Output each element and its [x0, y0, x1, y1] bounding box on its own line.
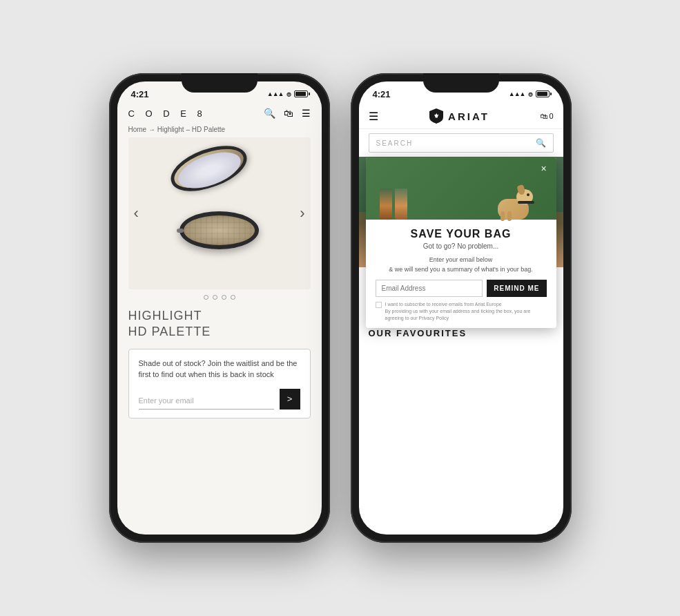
product-title-line1: HIGHLIGHT	[128, 308, 311, 324]
modal-image: ×	[366, 157, 556, 220]
email-row: Enter your email >	[139, 389, 300, 410]
status-time-2: 4:21	[373, 89, 391, 99]
modal-boot-left	[380, 189, 392, 220]
wifi-icon-1: ⌾	[286, 90, 291, 98]
product-title-line2: HD PALETTE	[128, 324, 311, 340]
signal-icon-1: ▲▲▲	[267, 90, 284, 97]
email-submit-button[interactable]: >	[280, 389, 300, 410]
email-placeholder: Enter your email	[139, 396, 194, 405]
phone-code8: 4:21 ▲▲▲ ⌾ C O D E 8 🔍 🛍 ☰ Home → Highli…	[109, 73, 330, 543]
modal-boot-right	[395, 189, 407, 220]
phone2-content: ☰ ⚜ ARIAT 🛍 0 SEARCH 🔍	[359, 104, 563, 535]
modal-subtitle: Got to go? No problem...	[376, 242, 547, 250]
modal-checkbox-row: I want to subscribe to receive emails fr…	[376, 301, 547, 321]
prev-image-button[interactable]: ‹	[130, 202, 143, 225]
modal-email-input[interactable]	[376, 280, 483, 297]
product-title-area: HIGHLIGHT HD PALETTE	[117, 304, 322, 346]
email-input-wrapper: Enter your email	[139, 394, 274, 410]
ariat-cart[interactable]: 🛍 0	[540, 112, 553, 120]
ariat-header: ☰ ⚜ ARIAT 🛍 0	[359, 104, 563, 129]
waitlist-text: Shade out of stock? Join the waitlist an…	[139, 358, 300, 381]
battery-icon-1	[294, 90, 308, 97]
dog-ear	[516, 184, 525, 195]
search-icon[interactable]: 🔍	[264, 108, 275, 119]
dog-legs	[501, 211, 512, 221]
code8-icon-group: 🔍 🛍 ☰	[264, 108, 311, 119]
dog-leg-2	[507, 211, 512, 221]
notch	[182, 73, 258, 93]
ariat-logo-area: ⚜ ARIAT	[429, 108, 489, 124]
dot-3[interactable]	[222, 295, 226, 300]
image-dots	[117, 295, 322, 300]
code8-header: C O D E 8 🔍 🛍 ☰	[117, 104, 322, 123]
battery-icon-2	[536, 90, 550, 97]
dog-eye	[527, 193, 530, 196]
waitlist-box: Shade out of stock? Join the waitlist an…	[128, 349, 311, 418]
dot-4[interactable]	[231, 295, 235, 300]
compact-pan	[179, 211, 259, 249]
phone2-screen: 4:21 ▲▲▲ ⌾ ☰ ⚜ ARIAT	[359, 81, 563, 535]
modal-description: Enter your email below& we will send you…	[376, 256, 547, 274]
phone-ariat: 4:21 ▲▲▲ ⌾ ☰ ⚜ ARIAT	[351, 73, 572, 543]
notch-2	[423, 73, 499, 93]
dog-leg-1	[501, 211, 505, 221]
modal-body: SAVE YOUR BAG Got to go? No problem... E…	[366, 220, 556, 328]
bag-icon[interactable]: 🛍	[284, 108, 293, 119]
hamburger-menu-icon[interactable]: ☰	[369, 110, 378, 123]
status-time-1: 4:21	[131, 89, 149, 99]
next-image-button[interactable]: ›	[295, 202, 309, 225]
modal-close-button[interactable]: ×	[537, 162, 551, 175]
compact-mirror	[173, 145, 245, 195]
phone1-content: C O D E 8 🔍 🛍 ☰ Home → Highlight – HD Pa…	[117, 104, 322, 535]
remind-me-button[interactable]: REMIND ME	[487, 280, 546, 297]
menu-icon[interactable]: ☰	[302, 108, 311, 119]
dot-2[interactable]	[213, 295, 217, 300]
ariat-shield-icon: ⚜	[429, 108, 444, 124]
dot-1[interactable]	[204, 295, 208, 300]
status-icons-2: ▲▲▲ ⌾	[509, 90, 550, 98]
ariat-brand-name: ARIAT	[448, 110, 489, 122]
dog-illustration	[498, 175, 536, 220]
code8-logo: C O D E 8	[128, 108, 206, 119]
subscribe-checkbox[interactable]	[376, 302, 382, 308]
svg-text:⚜: ⚜	[434, 113, 439, 119]
breadcrumb: Home → Highlight – HD Palette	[117, 123, 322, 137]
checkbox-label: I want to subscribe to receive emails fr…	[385, 301, 547, 321]
compact-hinge	[177, 229, 184, 233]
compact-lid	[164, 137, 252, 200]
wifi-icon-2: ⌾	[528, 90, 533, 98]
modal-title: SAVE YOUR BAG	[376, 228, 547, 240]
modal-boots	[380, 189, 407, 220]
search-bar[interactable]: SEARCH 🔍	[369, 133, 554, 153]
cart-count: 0	[549, 112, 553, 120]
search-placeholder: SEARCH	[376, 139, 414, 147]
modal-email-row: REMIND ME	[376, 280, 547, 297]
product-image-area: ‹	[128, 137, 311, 289]
search-icon: 🔍	[536, 138, 546, 148]
dog-collar	[518, 201, 534, 204]
cart-icon: 🛍	[540, 112, 547, 120]
save-bag-modal: × SAVE YOUR BAG Got to go? No problem...…	[366, 157, 556, 328]
product-image	[168, 165, 271, 262]
signal-icon-2: ▲▲▲	[509, 90, 525, 97]
phone1-screen: 4:21 ▲▲▲ ⌾ C O D E 8 🔍 🛍 ☰ Home → Highli…	[117, 81, 322, 535]
compact-texture	[184, 215, 255, 245]
status-icons-1: ▲▲▲ ⌾	[267, 90, 308, 98]
